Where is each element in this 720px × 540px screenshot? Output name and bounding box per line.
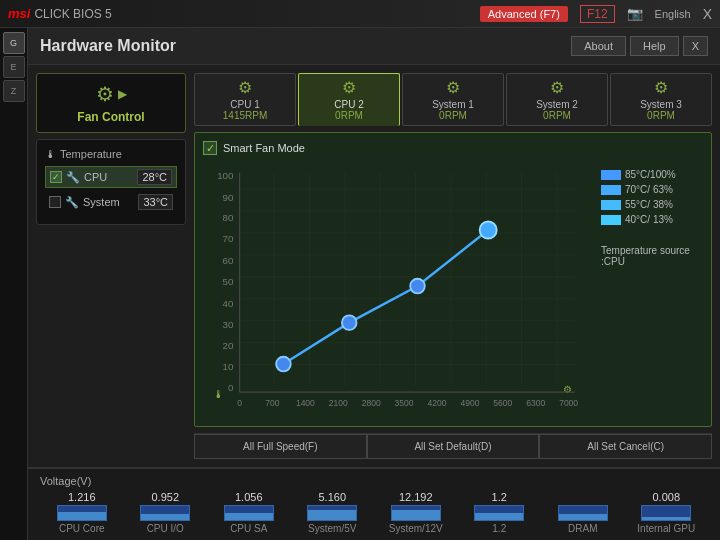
voltage-bar-6 [541,505,625,521]
svg-text:7000: 7000 [559,398,578,408]
chart-header: ✓ Smart Fan Mode [203,141,703,155]
svg-text:60: 60 [223,255,234,266]
voltage-value-3: 5.160 [291,491,375,503]
window-close-button[interactable]: X [703,6,712,22]
thermometer-icon: 🌡 [45,148,56,160]
svg-text:100: 100 [217,170,234,181]
fan-tab-icon-4: ⚙ [654,78,668,97]
action-buttons: All Full Speed(F)All Set Default(D)All S… [194,433,712,459]
svg-text:4900: 4900 [460,398,479,408]
chart-container: ✓ Smart Fan Mode [194,132,712,427]
screenshot-icon[interactable]: 📷 [627,6,643,21]
legend-item-2: 55°C/ 38% [601,199,703,210]
fan-tab-rpm-3: 0RPM [543,110,571,121]
temp-source-label: Temperature source:CPU [601,245,703,267]
legend-item-3: 40°C/ 13% [601,214,703,225]
help-button[interactable]: Help [630,36,679,56]
svg-text:4200: 4200 [428,398,447,408]
fan-tab-cpu-2[interactable]: ⚙ CPU 2 0RPM [298,73,400,126]
bios-title: CLICK BIOS 5 [34,7,111,21]
voltage-bar-4 [374,505,458,521]
fan-tab-system-2[interactable]: ⚙ System 2 0RPM [506,73,608,126]
voltage-bars [40,505,708,521]
hardware-monitor-title: Hardware Monitor [40,37,176,55]
fan-tab-rpm-0: 1415RPM [223,110,267,121]
temp-row-cpu[interactable]: ✓ 🔧 CPU 28°C [45,166,177,188]
legend-text-2: 55°C/ 38% [625,199,673,210]
legend-color-3 [601,215,621,225]
legend-color-1 [601,185,621,195]
svg-text:5600: 5600 [493,398,512,408]
voltage-bar-5 [458,505,542,521]
fan-tab-icon-2: ⚙ [446,78,460,97]
svg-point-26 [342,315,357,330]
fan-icon: ⚙ [96,82,114,106]
title-bar-right: Advanced (F7) F12 📷 English X [480,5,712,23]
svg-text:90: 90 [223,192,234,203]
language-selector[interactable]: English [655,8,691,20]
fan-tab-name-1: CPU 2 [334,99,363,110]
voltage-label-2: CPU SA [207,523,291,534]
voltage-bar-1 [124,505,208,521]
svg-text:70: 70 [223,233,234,244]
fan-tab-rpm-4: 0RPM [647,110,675,121]
fan-curve-chart[interactable]: 100 90 80 70 60 50 40 30 20 10 0 [203,159,593,418]
voltage-value-2: 1.056 [207,491,291,503]
voltage-value-7: 0.008 [625,491,709,503]
content-area: Hardware Monitor About Help X ⚙ ▶ Fan Co… [28,28,720,540]
fan-tab-name-0: CPU 1 [230,99,259,110]
temp-row-system[interactable]: 🔧 System 33°C [45,192,177,212]
voltage-label-3: System/5V [291,523,375,534]
svg-text:0: 0 [237,398,242,408]
fan-control-box: ⚙ ▶ Fan Control [36,73,186,133]
cpu-checkbox[interactable]: ✓ [50,171,62,183]
svg-text:50: 50 [223,276,234,287]
svg-text:0: 0 [228,382,234,393]
chart-legend: 85°C/100% 70°C/ 63% 55°C/ 38% 40°C/ 13% … [593,159,703,418]
svg-text:2100: 2100 [329,398,348,408]
hw-header-buttons: About Help X [571,36,708,56]
voltage-value-6 [541,491,625,503]
left-panel: ⚙ ▶ Fan Control 🌡 Temperature ✓ 🔧 CPU 28… [36,73,186,459]
legend-text-3: 40°C/ 13% [625,214,673,225]
voltage-values: 1.2160.9521.0565.16012.1921.20.008 [40,491,708,503]
action-btn-2[interactable]: All Set Cancel(C) [539,434,712,459]
f12-badge[interactable]: F12 [580,5,615,23]
hw-close-button[interactable]: X [683,36,708,56]
sidebar-icon-game[interactable]: G [3,32,25,54]
fan-tab-system-3[interactable]: ⚙ System 3 0RPM [610,73,712,126]
svg-text:700: 700 [265,398,279,408]
smart-fan-label: Smart Fan Mode [223,142,305,154]
svg-text:20: 20 [223,340,234,351]
cpu-temp-icon: 🔧 [66,171,80,184]
legend-item-1: 70°C/ 63% [601,184,703,195]
legend-text-0: 85°C/100% [625,169,676,180]
fan-tab-system-1[interactable]: ⚙ System 1 0RPM [402,73,504,126]
voltage-label-5: 1.2 [458,523,542,534]
left-sidebar: G E Z [0,28,28,540]
fan-tab-cpu-1[interactable]: ⚙ CPU 1 1415RPM [194,73,296,126]
voltage-label-0: CPU Core [40,523,124,534]
fan-control-label: Fan Control [77,110,144,124]
svg-text:⚙: ⚙ [563,384,572,395]
hardware-monitor-header: Hardware Monitor About Help X [28,28,720,65]
smart-fan-checkbox[interactable]: ✓ [203,141,217,155]
voltage-value-4: 12.192 [374,491,458,503]
action-btn-1[interactable]: All Set Default(D) [367,434,540,459]
sidebar-icon-z[interactable]: Z [3,80,25,102]
voltage-value-1: 0.952 [124,491,208,503]
about-button[interactable]: About [571,36,626,56]
advanced-mode-badge[interactable]: Advanced (F7) [480,6,568,22]
fan-panel: ⚙ ▶ Fan Control 🌡 Temperature ✓ 🔧 CPU 28… [28,65,720,467]
system-checkbox[interactable] [49,196,61,208]
sidebar-icon-ez[interactable]: E [3,56,25,78]
legend-item-0: 85°C/100% [601,169,703,180]
svg-text:6300: 6300 [526,398,545,408]
temperature-box: 🌡 Temperature ✓ 🔧 CPU 28°C 🔧 System 33°C [36,139,186,225]
voltage-bar-0 [40,505,124,521]
fan-tab-icon-3: ⚙ [550,78,564,97]
voltage-bar-7 [625,505,709,521]
cpu-temp-value: 28°C [137,169,172,185]
svg-text:3500: 3500 [395,398,414,408]
action-btn-0[interactable]: All Full Speed(F) [194,434,367,459]
